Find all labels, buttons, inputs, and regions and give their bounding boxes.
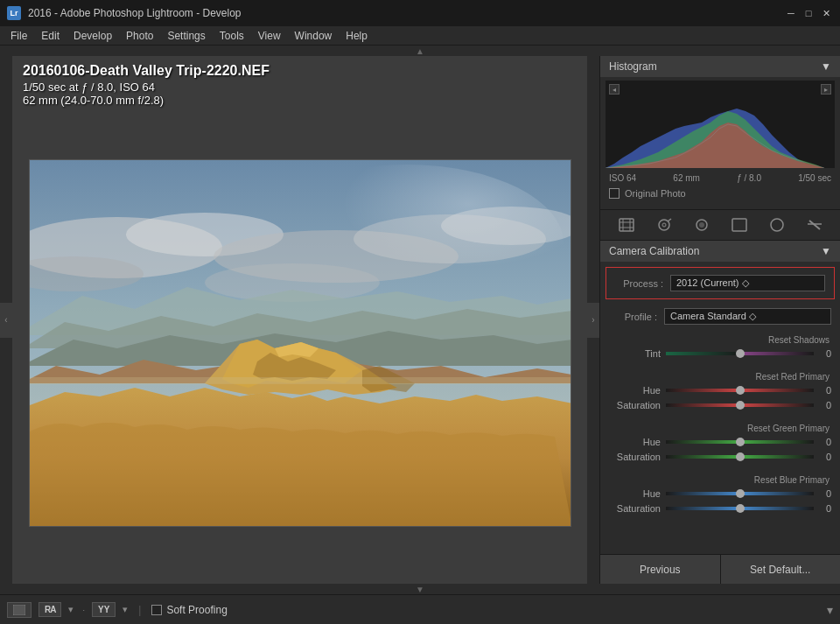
- app-icon: Lr: [7, 6, 21, 20]
- shadows-tint-label: Tint: [609, 348, 666, 359]
- histogram-arrow: ▼: [821, 60, 831, 73]
- menu-item-file[interactable]: File: [4, 28, 34, 44]
- menu-item-help[interactable]: Help: [339, 28, 374, 44]
- bottom-buttons: Previous Set Default...: [600, 554, 840, 584]
- blue-saturation-slider[interactable]: [666, 507, 814, 510]
- histogram-aperture: ƒ / 8.0: [737, 173, 761, 183]
- grid-button[interactable]: YY: [92, 602, 116, 617]
- blue-hue-row: Hue 0: [609, 488, 831, 499]
- blue-hue-label: Hue: [609, 488, 666, 499]
- svg-rect-20: [30, 383, 571, 527]
- redeye-tool[interactable]: [690, 215, 714, 235]
- red-hue-value: 0: [814, 385, 831, 396]
- menu-item-photo[interactable]: Photo: [119, 28, 160, 44]
- soft-proofing-checkbox[interactable]: [151, 605, 162, 615]
- green-primary-group: Reset Green Primary Hue 0 Saturation: [600, 418, 840, 470]
- svg-point-30: [699, 222, 704, 228]
- photo-image-area: [12, 110, 587, 584]
- histogram-focal: 62 mm: [673, 173, 700, 183]
- shadows-group: Reset Shadows Tint 0: [600, 330, 840, 367]
- menu-item-window[interactable]: Window: [288, 28, 340, 44]
- camera-calibration-panel: Camera Calibration ▼ Process : 2012 (Cur…: [600, 241, 840, 554]
- histogram-title: Histogram: [609, 60, 657, 73]
- process-row: Process : 2012 (Current) ◇: [606, 267, 835, 299]
- window-controls: ─ □ ✕: [784, 7, 833, 19]
- adjustment-brush-tool[interactable]: [802, 215, 827, 235]
- menu-item-settings[interactable]: Settings: [160, 28, 212, 44]
- tool-icons-row: [600, 210, 840, 241]
- previous-button[interactable]: Previous: [600, 555, 721, 584]
- green-saturation-row: Saturation 0: [609, 452, 831, 462]
- title-text: 2016 - Adobe Photoshop Lightroom - Devel…: [28, 7, 242, 19]
- crop-tool[interactable]: [614, 215, 639, 235]
- reset-blue-primary-button[interactable]: Reset Blue Primary: [609, 475, 831, 485]
- clip-shadows-indicator[interactable]: ◂: [609, 84, 620, 95]
- minimize-button[interactable]: ─: [784, 7, 798, 19]
- soft-proofing-toggle[interactable]: Soft Proofing: [151, 604, 227, 616]
- svg-line-28: [668, 219, 671, 221]
- toolbar-divider: |: [138, 604, 141, 616]
- top-arrow[interactable]: ▲: [0, 46, 840, 56]
- right-panel: Histogram ▼ ◂ ▸: [599, 56, 840, 584]
- shadows-tint-row: Tint 0: [609, 348, 831, 359]
- title-bar-left: Lr 2016 - Adobe Photoshop Lightroom - De…: [7, 6, 242, 20]
- right-panel-expand[interactable]: ›: [587, 303, 599, 338]
- menu-bar: FileEditDevelopPhotoSettingsToolsViewWin…: [0, 26, 840, 46]
- soft-proofing-label: Soft Proofing: [166, 604, 227, 616]
- view-separator-dot: ·: [82, 606, 85, 614]
- graduated-filter-tool[interactable]: [727, 215, 752, 235]
- maximize-button[interactable]: □: [802, 7, 816, 19]
- spot-removal-tool[interactable]: [652, 215, 676, 235]
- before-after-button[interactable]: RA: [38, 602, 61, 617]
- blue-saturation-label: Saturation: [609, 503, 666, 514]
- red-saturation-slider[interactable]: [666, 403, 814, 407]
- shadows-tint-slider[interactable]: [666, 352, 814, 355]
- histogram-header[interactable]: Histogram ▼: [600, 56, 840, 77]
- reset-shadows-button[interactable]: Reset Shadows: [609, 335, 831, 345]
- grid-separator: ▾: [122, 604, 128, 615]
- menu-item-tools[interactable]: Tools: [213, 28, 251, 44]
- svg-rect-36: [14, 606, 24, 614]
- blue-primary-group: Reset Blue Primary Hue 0 Saturation: [600, 470, 840, 522]
- profile-select[interactable]: Camera Standard ◇: [664, 308, 831, 325]
- radial-filter-tool[interactable]: [765, 215, 789, 235]
- red-hue-slider[interactable]: [666, 389, 814, 392]
- green-saturation-slider[interactable]: [666, 455, 814, 459]
- original-photo-checkbox[interactable]: [609, 188, 620, 199]
- svg-point-27: [662, 223, 666, 227]
- blue-hue-slider[interactable]: [666, 492, 814, 495]
- photo-meta-lens: 62 mm (24.0-70.0 mm f/2.8): [23, 94, 577, 107]
- histogram-canvas: ◂ ▸: [606, 81, 835, 168]
- svg-rect-31: [732, 219, 746, 231]
- menu-item-develop[interactable]: Develop: [66, 28, 119, 44]
- set-default-button[interactable]: Set Default...: [721, 555, 841, 584]
- camera-cal-title: Camera Calibration: [609, 245, 699, 257]
- bottom-center-arrow[interactable]: ▼: [0, 584, 840, 594]
- title-bar: Lr 2016 - Adobe Photoshop Lightroom - De…: [0, 0, 840, 26]
- process-select[interactable]: 2012 (Current) ◇: [670, 275, 825, 291]
- histogram-meta: ISO 64 62 mm ƒ / 8.0 1/50 sec: [600, 172, 840, 185]
- clip-highlights-indicator[interactable]: ▸: [821, 84, 831, 95]
- process-value: 2012 (Current) ◇: [676, 277, 749, 289]
- svg-rect-19: [30, 377, 571, 384]
- menu-item-edit[interactable]: Edit: [34, 28, 66, 44]
- reset-red-primary-button[interactable]: Reset Red Primary: [609, 372, 831, 382]
- toolbar-expand-arrow[interactable]: ▾: [827, 603, 833, 617]
- photo-meta-exposure: 1/50 sec at ƒ / 8.0, ISO 64: [23, 81, 577, 94]
- red-saturation-label: Saturation: [609, 400, 666, 410]
- reset-green-primary-button[interactable]: Reset Green Primary: [609, 424, 831, 433]
- photo-canvas: [29, 159, 571, 527]
- photo-panel: 20160106-Death Valley Trip-2220.NEF 1/50…: [12, 56, 587, 584]
- before-after-separator: ▾: [68, 604, 74, 615]
- histogram-iso: ISO 64: [609, 173, 636, 183]
- camera-cal-header[interactable]: Camera Calibration ▼: [600, 241, 840, 262]
- content-area: ‹ 20160106-Death Valley Trip-2220.NEF 1/…: [0, 56, 840, 584]
- menu-item-view[interactable]: View: [251, 28, 288, 44]
- close-button[interactable]: ✕: [819, 7, 833, 19]
- view-mode-button[interactable]: [7, 602, 32, 618]
- histogram-section: Histogram ▼ ◂ ▸: [600, 56, 840, 210]
- green-hue-value: 0: [814, 437, 831, 447]
- green-saturation-value: 0: [814, 452, 831, 462]
- green-hue-slider[interactable]: [666, 440, 814, 444]
- left-panel-expand[interactable]: ‹: [0, 303, 12, 338]
